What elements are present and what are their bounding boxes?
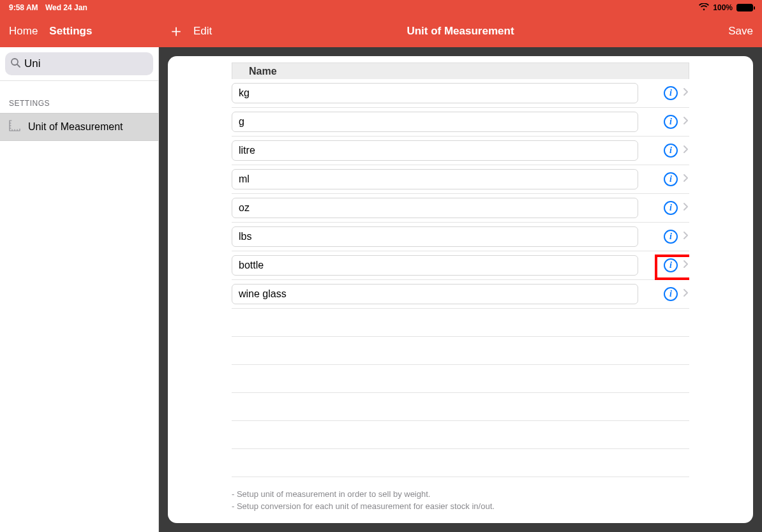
unit-name-input[interactable] [232,83,638,103]
add-button[interactable]: ＋ [168,22,184,39]
chevron-right-icon[interactable] [683,260,689,271]
table-row: i [232,223,689,251]
search-icon [10,57,20,70]
row-actions: i [645,172,689,186]
table-row: i [232,137,689,165]
info-icon[interactable]: i [664,230,678,244]
info-icon[interactable]: i [664,144,678,158]
chevron-right-icon[interactable] [683,116,689,128]
chevron-right-icon[interactable] [683,202,689,214]
table-row: i [232,194,689,223]
sidebar: ✕ SETTINGS Unit of Measurement [0,47,159,532]
wifi-icon [699,3,709,13]
info-icon[interactable]: i [664,201,678,215]
unit-name-input[interactable] [232,169,638,189]
sheet: Name iiiiiiii - Setup unit of measuremen… [168,56,753,523]
battery-icon [736,4,753,11]
unit-name-input[interactable] [232,198,638,218]
chevron-right-icon[interactable] [683,231,689,242]
unit-name-input[interactable] [232,112,638,132]
table-row: i [232,280,689,309]
column-header-name: Name [232,63,689,79]
page-title: Unit of Measurement [159,25,762,38]
table-row: i [232,79,689,108]
table-row-empty [232,393,689,421]
footer-line-2: - Setup conversion for each unit of meas… [232,501,689,513]
home-button[interactable]: Home [9,25,38,38]
settings-button[interactable]: Settings [49,25,92,38]
table-row: i [232,165,689,194]
toolbar: Home Settings ＋ Edit Unit of Measurement… [0,15,762,47]
unit-name-input[interactable] [232,284,638,304]
info-icon[interactable]: i [664,287,678,301]
row-actions: i [645,115,689,129]
chevron-right-icon[interactable] [683,288,689,300]
edit-button[interactable]: Edit [193,25,212,38]
table-row: i [232,251,689,280]
info-icon[interactable]: i [664,258,678,272]
info-icon[interactable]: i [664,86,678,100]
status-bar: 9:58 AM Wed 24 Jan 100% [0,0,762,15]
info-icon[interactable]: i [664,172,678,186]
row-actions: i [645,201,689,215]
content-area: Name iiiiiiii - Setup unit of measuremen… [159,47,762,532]
table-row-empty [232,449,689,477]
sidebar-item-label: Unit of Measurement [28,121,123,133]
save-button[interactable]: Save [728,25,753,38]
battery-pct: 100% [713,3,733,12]
unit-name-input[interactable] [232,255,638,276]
row-actions: i [645,230,689,244]
footer-line-1: - Setup unit of measurement in order to … [232,489,689,501]
status-date: Wed 24 Jan [45,3,87,12]
row-actions: i [645,144,689,158]
rows-container: iiiiiiii [232,79,689,482]
info-icon[interactable]: i [664,115,678,129]
table-row-empty [232,365,689,393]
row-actions: i [645,258,689,272]
unit-name-input[interactable] [232,140,638,161]
table-row: i [232,108,689,137]
unit-name-input[interactable] [232,226,638,247]
sidebar-item-unit-of-measurement[interactable]: Unit of Measurement [0,113,158,141]
row-actions: i [645,86,689,100]
chevron-right-icon[interactable] [683,87,689,99]
table-row-empty [232,337,689,365]
table-row-empty [232,421,689,449]
status-time: 9:58 AM [9,3,38,12]
search-input[interactable] [24,57,160,70]
footer-notes: - Setup unit of measurement in order to … [168,482,753,523]
ruler-icon [9,120,20,134]
svg-line-1 [17,64,20,67]
search-field[interactable]: ✕ [5,52,153,75]
sidebar-section-label: SETTINGS [0,81,158,113]
chevron-right-icon[interactable] [683,174,689,185]
table-row-empty [232,309,689,337]
chevron-right-icon[interactable] [683,145,689,156]
row-actions: i [645,287,689,301]
